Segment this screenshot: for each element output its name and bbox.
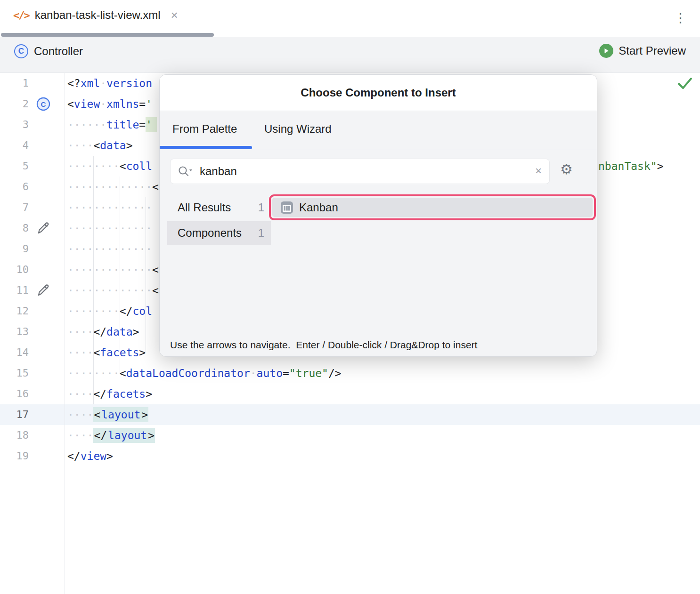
svg-text:C: C: [41, 100, 46, 108]
code-token: >: [126, 139, 133, 152]
code-line-16[interactable]: ····</facets>: [67, 384, 700, 404]
indent-whitespace: ·············: [67, 181, 152, 193]
line-number: 11: [16, 280, 29, 301]
start-preview-button[interactable]: Start Preview: [599, 44, 686, 58]
gutter-line: 18: [0, 425, 65, 446]
indent-whitespace: ·············: [67, 264, 152, 276]
play-icon: [599, 44, 613, 58]
gutter-line: 15: [0, 363, 65, 384]
code-token: >: [132, 326, 139, 338]
code-token: data: [106, 326, 132, 338]
indent-whitespace: ····: [67, 388, 93, 400]
search-input[interactable]: [200, 159, 506, 184]
line-number: 4: [23, 135, 29, 156]
code-token: </: [120, 305, 133, 317]
code-token: ·: [250, 367, 257, 379]
annotation-kanban-result: Kanban: [269, 194, 596, 220]
line-number: 9: [23, 239, 29, 259]
copyright-icon[interactable]: C: [36, 97, 50, 111]
line-number: 5: [23, 156, 29, 177]
file-tab-title: kanban-task-list-view.xml: [35, 8, 161, 22]
code-token: xml: [81, 77, 100, 89]
code-token: >: [106, 450, 113, 462]
line-number: 17: [16, 404, 29, 425]
gear-icon[interactable]: ⚙: [560, 162, 573, 177]
code-token: </: [93, 326, 106, 338]
result-label: Kanban: [299, 201, 338, 214]
code-token: <: [152, 284, 159, 297]
code-token: view: [74, 98, 100, 110]
code-token: <: [120, 367, 126, 379]
indent-whitespace: ········: [67, 367, 120, 379]
clear-search-icon[interactable]: ×: [535, 164, 542, 177]
search-icon: [178, 165, 194, 180]
code-line-17[interactable]: ····<layout>: [67, 404, 700, 425]
code-token: <: [93, 139, 100, 152]
gutter-line: 8: [0, 218, 65, 239]
code-token: =: [139, 119, 146, 131]
close-tab-icon[interactable]: ×: [171, 9, 178, 21]
nav-all-results[interactable]: All Results 1: [167, 196, 271, 219]
tab-scrollbar-thumb[interactable]: [1, 33, 214, 37]
indent-whitespace: ····: [67, 139, 93, 152]
gutter-line: 4: [0, 135, 65, 156]
gutter-line: 1: [0, 73, 65, 94]
code-line-18[interactable]: ····</layout>: [67, 425, 700, 446]
controller-button[interactable]: C Controller: [14, 44, 83, 58]
indent-whitespace: ····: [67, 346, 93, 359]
line-number: 12: [16, 301, 29, 321]
gutter-line: 6: [0, 177, 65, 197]
editor-toolbar: C Controller Add Component... Start Prev…: [0, 37, 700, 73]
code-token: nbanTask": [598, 160, 657, 172]
gutter-line: 16: [0, 384, 65, 404]
code-token: coll: [126, 160, 152, 172]
kanban-board-icon: [280, 201, 293, 214]
code-token: data: [100, 139, 126, 152]
code-token: facets: [106, 388, 146, 400]
controller-label: Controller: [34, 45, 83, 58]
line-number: 10: [16, 259, 29, 280]
tab-from-palette[interactable]: From Palette: [172, 111, 237, 147]
line-number: 8: [23, 218, 29, 239]
nav-count: 1: [258, 201, 264, 214]
gutter-line: 12: [0, 301, 65, 321]
gutter-line: 14: [0, 342, 65, 363]
code-token: layout: [101, 407, 141, 422]
kebab-menu-icon[interactable]: ⋮: [674, 11, 687, 25]
dialog-tabs: From Palette Using Wizard: [160, 111, 597, 150]
code-token: <?: [67, 77, 81, 89]
file-tab[interactable]: </> kanban-task-list-view.xml ×: [13, 8, 178, 22]
inspections-check-icon[interactable]: [677, 77, 692, 92]
pencil-icon[interactable]: [36, 283, 50, 297]
result-item-kanban[interactable]: Kanban: [272, 198, 593, 217]
code-token: <: [93, 407, 101, 422]
dialog-footer-hint: Use the arrows to navigate. Enter / Doub…: [170, 339, 477, 351]
line-number: 1: [23, 73, 29, 94]
code-line-15[interactable]: ········<dataLoadCoordinator·auto="true"…: [67, 363, 700, 384]
gutter-line: 10: [0, 259, 65, 280]
indent-whitespace: ······: [67, 119, 106, 131]
code-line-5-right-fragment[interactable]: nbanTask">: [598, 156, 663, 177]
code-line-19[interactable]: </view>: [67, 446, 700, 466]
pencil-icon[interactable]: [36, 221, 50, 235]
gutter-line: 3: [0, 114, 65, 135]
tab-using-wizard[interactable]: Using Wizard: [264, 111, 332, 147]
code-token: ': [146, 98, 152, 110]
nav-label: Components: [178, 226, 258, 240]
dialog-header: Choose Component to Insert: [160, 75, 597, 111]
nav-components[interactable]: Components 1: [167, 221, 271, 245]
dialog-title: Choose Component to Insert: [301, 86, 456, 99]
choose-component-dialog: Choose Component to Insert From Palette …: [159, 74, 597, 357]
line-number: 16: [16, 384, 29, 404]
code-token: auto: [257, 367, 283, 379]
code-token: <: [93, 346, 100, 359]
code-token: />: [328, 367, 342, 379]
component-search-field[interactable]: ×: [170, 159, 550, 184]
gutter-line: 2C: [0, 94, 65, 114]
code-token: ·: [100, 77, 106, 89]
code-token: layout: [107, 428, 147, 443]
code-token: </: [67, 450, 81, 462]
code-token: =: [283, 367, 289, 379]
code-token: </: [93, 388, 106, 400]
code-token: version: [106, 77, 152, 89]
